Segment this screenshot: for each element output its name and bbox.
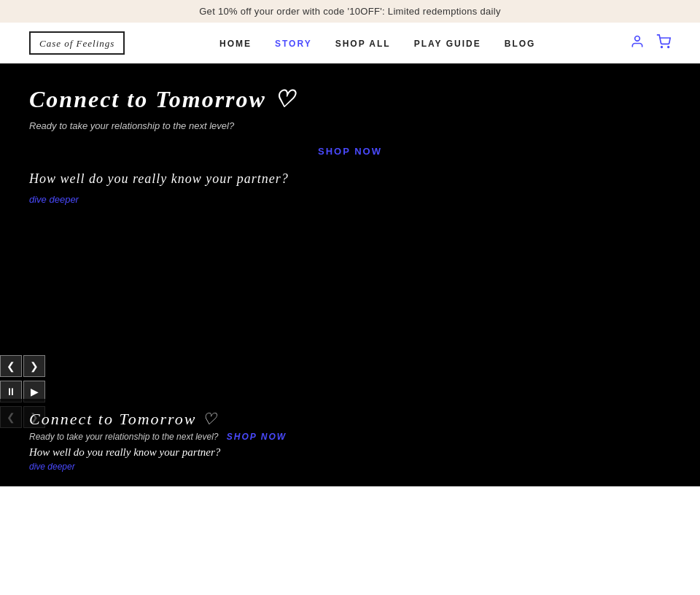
carousel-controls-top: ❮ ❯ xyxy=(0,355,45,377)
nav-link-story[interactable]: STORY xyxy=(275,39,312,49)
nav-link-shop-all[interactable]: SHOP ALL xyxy=(335,39,391,49)
header: Case of Feelings HOME STORY SHOP ALL PLA… xyxy=(0,23,700,63)
main-nav: HOME STORY SHOP ALL PLAY GUIDE BLOG xyxy=(219,36,535,50)
account-icon[interactable] xyxy=(630,34,645,52)
svg-point-2 xyxy=(668,46,669,47)
nav-item-play-guide[interactable]: PLAY GUIDE xyxy=(414,36,481,50)
svg-point-1 xyxy=(661,46,663,47)
nav-link-home[interactable]: HOME xyxy=(219,39,252,49)
hero-bottom-question: How well do you really know your partner… xyxy=(29,446,671,459)
hero-bottom-dive-link[interactable]: dive deeper xyxy=(29,462,671,472)
dive-deeper-link[interactable]: dive deeper xyxy=(29,194,671,205)
cart-icon[interactable] xyxy=(656,34,671,52)
nav-item-home[interactable]: HOME xyxy=(219,36,252,50)
nav-link-play-guide[interactable]: PLAY GUIDE xyxy=(414,39,481,49)
announcement-bar: Get 10% off your order with code '10OFF'… xyxy=(0,0,700,23)
nav-item-shop-all[interactable]: SHOP ALL xyxy=(335,36,391,50)
nav-item-story[interactable]: STORY xyxy=(275,36,312,50)
hero-bottom-overlay: Connect to Tomorrow ♡ Ready to take your… xyxy=(0,399,700,486)
hero-subtitle: Ready to take your relationship to the n… xyxy=(29,120,671,131)
svg-point-0 xyxy=(635,36,640,41)
announcement-text: Get 10% off your order with code '10OFF'… xyxy=(199,6,501,17)
hero-question: How well do you really know your partner… xyxy=(29,171,671,187)
hero-section: Connect to Tomorrow ♡ Ready to take your… xyxy=(0,63,700,486)
hero-bottom-sub: Ready to take your relationship to the n… xyxy=(29,432,671,442)
hero-bottom-shop-now[interactable]: SHOP NOW xyxy=(227,432,287,442)
logo-text: Case of Feelings xyxy=(39,38,114,49)
nav-item-blog[interactable]: BLOG xyxy=(505,36,536,50)
shop-now-button[interactable]: SHOP NOW xyxy=(29,146,671,157)
carousel-prev-button[interactable]: ❮ xyxy=(0,355,22,377)
nav-link-blog[interactable]: BLOG xyxy=(505,39,536,49)
hero-title: Connect to Tomorrow ♡ xyxy=(29,85,671,113)
carousel-next-button[interactable]: ❯ xyxy=(23,355,45,377)
logo[interactable]: Case of Feelings xyxy=(29,31,125,55)
nav-icons xyxy=(630,34,671,52)
hero-bottom-title: Connect to Tomorrow ♡ xyxy=(29,410,671,429)
nav-list: HOME STORY SHOP ALL PLAY GUIDE BLOG xyxy=(219,36,535,50)
